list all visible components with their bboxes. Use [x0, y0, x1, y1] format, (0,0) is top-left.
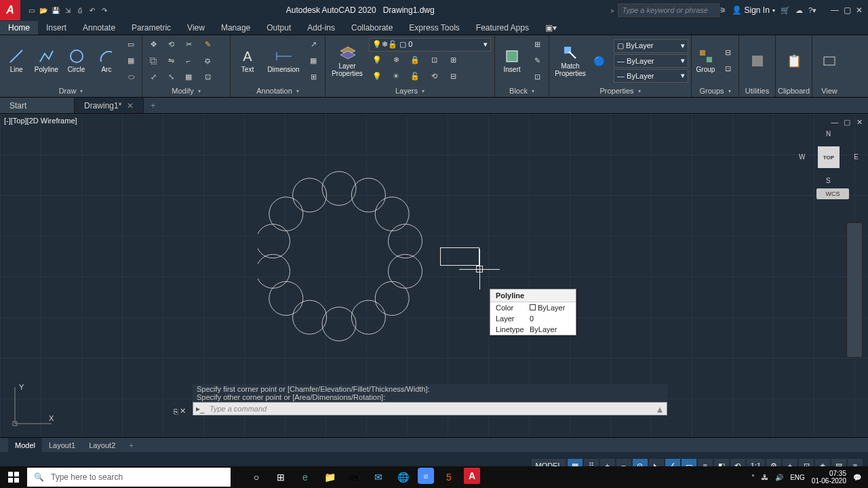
- arc-button[interactable]: Arc: [93, 41, 120, 81]
- rotate-icon[interactable]: ⟲: [163, 37, 179, 52]
- panel-groups-title[interactable]: Groups: [694, 85, 736, 97]
- panel-clipboard[interactable]: 📋 Clipboard: [776, 35, 812, 97]
- polyline-button[interactable]: Polyline: [33, 41, 60, 81]
- layer-states-icon[interactable]: ⊟: [445, 69, 461, 84]
- rectangle-icon[interactable]: ▭: [123, 37, 139, 52]
- help-icon[interactable]: ?▾: [808, 6, 816, 15]
- mirror-icon[interactable]: ⇋: [163, 54, 179, 68]
- vp-maximize-icon[interactable]: ▢: [842, 118, 852, 127]
- layer-on-icon[interactable]: 💡: [369, 69, 385, 84]
- tab-parametric[interactable]: Parametric: [123, 21, 179, 35]
- chrome-icon[interactable]: 🌐: [393, 468, 412, 487]
- stretch-icon[interactable]: ⤢: [145, 70, 161, 85]
- ellipse-icon[interactable]: ⬭: [123, 70, 139, 85]
- minimize-button[interactable]: —: [829, 4, 841, 16]
- doctab-start[interactable]: Start: [0, 98, 75, 113]
- qat-plot-icon[interactable]: ⎙: [75, 5, 85, 16]
- zoom-icon[interactable]: ⎚: [418, 468, 434, 484]
- panel-utilities[interactable]: Utilities: [739, 35, 776, 97]
- cube-top-face[interactable]: TOP: [818, 146, 840, 168]
- compass-n[interactable]: N: [826, 130, 831, 138]
- mail-icon[interactable]: ✉: [369, 468, 388, 487]
- tray-chevron-icon[interactable]: ˄: [751, 474, 755, 481]
- autocad-taskbar-icon[interactable]: A: [464, 468, 480, 484]
- qat-undo-icon[interactable]: ↶: [87, 5, 98, 16]
- compass-s[interactable]: S: [826, 177, 831, 184]
- tab-addins[interactable]: Add-ins: [299, 21, 343, 35]
- layer-freeze-icon[interactable]: ❄: [388, 53, 404, 68]
- close-button[interactable]: ✕: [853, 4, 865, 16]
- tab-express-tools[interactable]: Express Tools: [401, 21, 467, 35]
- app-logo[interactable]: A: [0, 0, 20, 20]
- tray-lang[interactable]: ENG: [790, 474, 805, 481]
- color-wheel-icon[interactable]: 🔵: [591, 54, 607, 68]
- copy-icon[interactable]: ⿻: [145, 54, 161, 68]
- qat-saveas-icon[interactable]: ⇲: [62, 5, 73, 16]
- wcs-badge[interactable]: WCS: [816, 188, 849, 199]
- tab-featured-apps[interactable]: Featured Apps: [468, 21, 537, 35]
- layout-model[interactable]: Model: [8, 438, 42, 452]
- tab-home[interactable]: Home: [0, 21, 38, 35]
- panel-annotation-title[interactable]: Annotation: [233, 85, 322, 97]
- explorer-icon[interactable]: 📁: [320, 468, 339, 487]
- panel-layers-title[interactable]: Layers: [328, 85, 492, 97]
- cortana-icon[interactable]: ○: [247, 468, 266, 487]
- edge-icon[interactable]: e: [296, 468, 315, 487]
- tray-clock[interactable]: 07:35 01-06-2020: [812, 470, 846, 485]
- drawing-viewport[interactable]: [-][Top][2D Wireframe] — ▢ ✕ N E S W TOP…: [0, 114, 868, 437]
- tab-output[interactable]: Output: [258, 21, 299, 35]
- color-dropdown[interactable]: ▢ ByLayer▾: [614, 39, 688, 53]
- app-icon[interactable]: 5: [439, 468, 458, 487]
- infocenter-icon[interactable]: ⚞: [719, 6, 726, 15]
- help-search-input[interactable]: Type a keyword or phrase: [618, 3, 719, 17]
- group-edit-icon[interactable]: ⊡: [719, 62, 736, 77]
- explode-icon[interactable]: ⯐: [199, 54, 216, 68]
- hatch-icon[interactable]: ▦: [123, 54, 139, 68]
- layout-1[interactable]: Layout1: [42, 438, 82, 452]
- line-button[interactable]: Line: [3, 41, 30, 81]
- command-input[interactable]: ▸_ Type a command ▴: [193, 402, 667, 415]
- cloud-icon[interactable]: ☁: [795, 6, 803, 15]
- viewport-label[interactable]: [-][Top][2D Wireframe]: [4, 117, 77, 125]
- erase-icon[interactable]: ✎: [199, 37, 216, 52]
- qat-open-icon[interactable]: 📂: [38, 5, 49, 16]
- compass-w[interactable]: W: [799, 153, 805, 161]
- offset-icon[interactable]: ⊡: [199, 70, 216, 85]
- layer-unlock-icon[interactable]: 🔓: [407, 69, 423, 84]
- tab-manage[interactable]: Manage: [213, 21, 258, 35]
- app-store-icon[interactable]: 🛒: [781, 6, 790, 15]
- table-icon[interactable]: ▦: [305, 54, 321, 68]
- panel-block-title[interactable]: Block: [498, 85, 546, 97]
- layout-2[interactable]: Layout2: [82, 438, 122, 452]
- compass-e[interactable]: E: [854, 153, 859, 161]
- navigation-bar[interactable]: [846, 222, 863, 358]
- leader-icon[interactable]: ↗: [305, 37, 321, 52]
- block-edit-icon[interactable]: ✎: [529, 54, 545, 68]
- array-icon[interactable]: ▦: [180, 70, 197, 85]
- qat-new-icon[interactable]: ▭: [26, 5, 37, 16]
- panel-properties-title[interactable]: Properties: [552, 85, 688, 97]
- layer-properties-button[interactable]: Layer Properties: [328, 41, 366, 81]
- tray-notifications-icon[interactable]: 💬: [853, 474, 861, 481]
- tray-network-icon[interactable]: 🖧: [762, 474, 768, 481]
- lineweight-dropdown[interactable]: — ByLayer▾: [614, 54, 688, 68]
- panel-view[interactable]: View: [812, 35, 846, 97]
- block-attr-icon[interactable]: ⊡: [529, 70, 545, 85]
- vp-close-icon[interactable]: ✕: [854, 118, 864, 127]
- layer-lock-icon[interactable]: 🔒: [407, 53, 423, 68]
- doctab-close-icon[interactable]: ✕: [127, 101, 134, 110]
- layer-match-icon[interactable]: ⊡: [426, 53, 442, 68]
- linetype-dropdown[interactable]: — ByLayer▾: [614, 69, 688, 83]
- text-button[interactable]: AText: [233, 41, 262, 81]
- match-properties-button[interactable]: Match Properties: [552, 41, 589, 81]
- block-create-icon[interactable]: ⊞: [529, 37, 545, 52]
- view-cube[interactable]: N E S W TOP: [802, 130, 856, 184]
- layer-dropdown[interactable]: 💡❄🔓 ▢ 0▾: [369, 38, 491, 52]
- tab-collaborate[interactable]: Collaborate: [343, 21, 401, 35]
- scale-icon[interactable]: ⤡: [163, 70, 179, 85]
- taskbar-search[interactable]: 🔍 Type here to search: [27, 468, 231, 487]
- qat-redo-icon[interactable]: ↷: [99, 5, 110, 16]
- doctab-new[interactable]: +: [144, 98, 162, 113]
- sign-in-button[interactable]: 👤 Sign In ▾: [732, 5, 775, 15]
- mtext-icon[interactable]: ⊞: [305, 70, 321, 85]
